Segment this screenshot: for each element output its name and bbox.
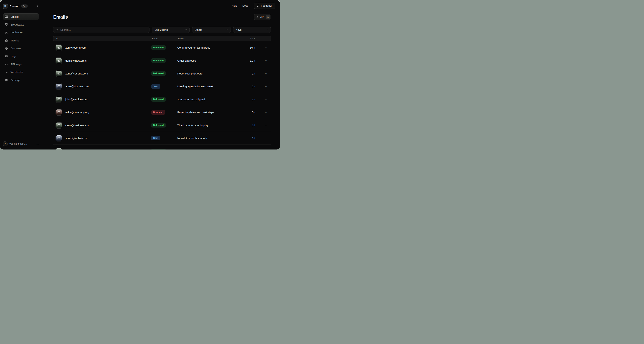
recipient-email: sarah@website.net bbox=[65, 137, 88, 140]
column-header-to: To bbox=[54, 37, 152, 40]
sidebar-item-emails[interactable]: Emails bbox=[3, 14, 39, 20]
user-menu[interactable]: Y you@domain.... ··· bbox=[3, 141, 39, 147]
envelope-icon bbox=[56, 70, 62, 76]
status-badge: Delivered bbox=[151, 58, 166, 63]
status-badge: Delivered bbox=[151, 123, 166, 128]
status-badge: Sent bbox=[151, 84, 160, 89]
sent-time: 1d bbox=[241, 124, 255, 127]
envelope-icon bbox=[56, 96, 62, 102]
sidebar-item-api-keys[interactable]: API Keys bbox=[3, 61, 39, 67]
envelope-icon bbox=[56, 58, 62, 64]
sidebar-item-label: Logs bbox=[10, 55, 16, 58]
recipient-email: anna@domain.com bbox=[65, 85, 88, 88]
sidebar-item-logs[interactable]: Logs bbox=[3, 53, 39, 60]
sidebar-item-label: API Keys bbox=[10, 63, 22, 66]
status-select[interactable]: Status bbox=[192, 26, 231, 33]
sidebar-item-webhooks[interactable]: Webhooks bbox=[3, 69, 39, 75]
email-subject: Meeting agenda for next week bbox=[177, 85, 241, 88]
envelope-icon bbox=[56, 148, 62, 150]
recipient-email: zeno@resend.com bbox=[65, 72, 88, 75]
sidebar-item-metrics[interactable]: Metrics bbox=[3, 37, 39, 44]
sent-time: 2h bbox=[241, 85, 255, 88]
table-row[interactable]: anna@domain.com Sent Meeting agenda for … bbox=[53, 80, 271, 93]
recipient-email: zeh@resend.com bbox=[65, 46, 86, 49]
sent-time: 5h bbox=[241, 111, 255, 114]
feedback-button[interactable]: Feedback bbox=[254, 3, 275, 9]
keys-select[interactable]: Keys bbox=[233, 26, 271, 33]
sent-time: 16m bbox=[241, 46, 255, 49]
sidebar-item-label: Metrics bbox=[10, 39, 19, 42]
chevron-down-icon bbox=[226, 28, 228, 31]
row-menu-button[interactable]: ··· bbox=[255, 59, 271, 62]
avatar: Y bbox=[3, 141, 8, 146]
sidebar-item-label: Emails bbox=[10, 15, 18, 18]
envelope-icon bbox=[56, 109, 62, 116]
help-link[interactable]: Help bbox=[232, 4, 237, 7]
search-input[interactable] bbox=[60, 28, 147, 32]
date-range-select[interactable]: Last 3 days bbox=[152, 26, 190, 33]
globe-icon bbox=[5, 47, 8, 50]
table-row[interactable]: sarah@website.net Sent Newsletter for th… bbox=[53, 132, 271, 145]
row-menu-button[interactable]: ··· bbox=[255, 46, 271, 49]
sidebar: R Resend Pro Emails Broadcasts Audiences… bbox=[0, 0, 42, 150]
chevron-up-down-icon[interactable] bbox=[36, 5, 39, 8]
sidebar-item-audiences[interactable]: Audiences bbox=[3, 29, 39, 36]
sidebar-item-label: Settings bbox=[10, 78, 20, 82]
row-menu-button[interactable]: ··· bbox=[255, 136, 271, 140]
status-badge: Delivered bbox=[151, 45, 166, 50]
screen: R Resend Pro Emails Broadcasts Audiences… bbox=[0, 0, 280, 150]
envelope-icon bbox=[56, 83, 62, 90]
rows-icon bbox=[5, 55, 8, 58]
sidebar-item-label: Domains bbox=[10, 47, 21, 50]
table-row[interactable]: zeno@resend.com Delivered Reset your pas… bbox=[53, 67, 271, 80]
row-menu-button[interactable]: ··· bbox=[255, 72, 271, 75]
row-menu-button[interactable]: ··· bbox=[255, 111, 271, 114]
envelope-icon bbox=[5, 15, 8, 18]
status-badge: Delivered bbox=[151, 97, 166, 102]
docs-link[interactable]: Docs bbox=[242, 4, 248, 7]
table-row[interactable]: danilo@new.email Delivered Order approve… bbox=[53, 54, 271, 67]
api-button[interactable]: API A bbox=[254, 14, 271, 20]
row-menu-button[interactable]: ··· bbox=[255, 85, 271, 88]
status-badge: Delivered bbox=[151, 71, 166, 76]
table-row[interactable]: john@service.com Delivered Your order ha… bbox=[53, 93, 271, 106]
sent-time: 31m bbox=[241, 59, 255, 62]
row-menu-button[interactable]: ··· bbox=[255, 124, 271, 127]
recipient-email: john@service.com bbox=[65, 98, 88, 101]
app-window: R Resend Pro Emails Broadcasts Audiences… bbox=[0, 0, 280, 150]
email-subject: Your order has shipped bbox=[177, 98, 241, 101]
main-content: Help Docs Feedback Emails API A bbox=[42, 0, 280, 150]
table-row[interactable]: carol@business.com Delivered Thank you f… bbox=[53, 119, 271, 132]
sidebar-item-domains[interactable]: Domains bbox=[3, 45, 39, 52]
user-menu-ellipsis-icon[interactable]: ··· bbox=[36, 142, 39, 146]
table-row[interactable]: mike@company.org Bounced Project updates… bbox=[53, 106, 271, 119]
code-icon bbox=[256, 16, 258, 18]
sidebar-item-label: Audiences bbox=[10, 31, 23, 34]
users-icon bbox=[5, 31, 8, 34]
user-email: you@domain.... bbox=[10, 142, 27, 145]
broadcast-icon bbox=[5, 23, 8, 26]
workspace-switcher[interactable]: R Resend Pro bbox=[3, 4, 39, 8]
table-row[interactable]: Delivered bbox=[53, 145, 271, 150]
envelope-icon bbox=[56, 44, 62, 51]
sidebar-item-broadcasts[interactable]: Broadcasts bbox=[3, 21, 39, 28]
email-subject: Confirm your email address bbox=[177, 46, 241, 49]
column-header-sent: Sent bbox=[241, 37, 255, 40]
api-button-label: API bbox=[260, 16, 264, 18]
status-badge: Delivered bbox=[151, 149, 166, 150]
row-menu-button[interactable]: ··· bbox=[255, 98, 271, 101]
envelope-icon bbox=[56, 135, 62, 141]
resend-logo-icon: R bbox=[3, 4, 8, 9]
chat-bubble-icon bbox=[256, 4, 259, 7]
sidebar-item-settings[interactable]: Settings bbox=[3, 77, 39, 83]
table-row[interactable]: zeh@resend.com Delivered Confirm your em… bbox=[53, 41, 271, 54]
filter-row: Last 3 days Status Keys bbox=[53, 26, 271, 33]
email-subject: Project updates and next steps bbox=[177, 111, 241, 114]
status-badge: Bounced bbox=[151, 110, 165, 115]
lock-icon bbox=[5, 62, 8, 66]
envelope-icon bbox=[56, 122, 62, 128]
recipient-email: carol@business.com bbox=[65, 124, 90, 127]
sent-time: 3h bbox=[241, 98, 255, 101]
search-bar[interactable] bbox=[53, 26, 150, 33]
recipient-email: danilo@new.email bbox=[65, 59, 87, 62]
